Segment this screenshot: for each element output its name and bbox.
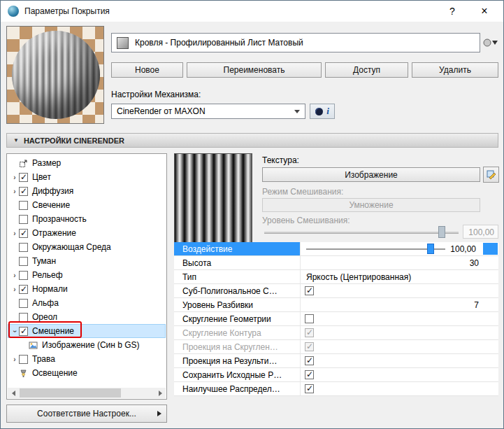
property-label[interactable]: Наилучшее Распредел… (174, 382, 300, 395)
texture-options-button[interactable] (483, 167, 499, 183)
scrollbar-thumb[interactable] (20, 388, 121, 398)
tree-item-label: Диффузия (32, 186, 73, 196)
tree-item[interactable]: ›Смещение (8, 324, 166, 338)
property-label[interactable]: Воздействие (174, 242, 300, 255)
tree-item[interactable]: Прозрачность (8, 212, 166, 226)
tree-item[interactable]: ›Нормали (8, 282, 166, 296)
section-title: НАСТРОЙКИ CINERENDER (24, 136, 124, 145)
texture-preview (174, 153, 252, 244)
tree-item-label: Размер (32, 158, 61, 168)
slider-handle[interactable] (427, 244, 434, 254)
blend-mode-button: Умножение (262, 198, 480, 212)
channel-checkbox[interactable] (19, 187, 28, 196)
property-checkbox[interactable] (305, 286, 314, 295)
collapse-triangle-icon: ▼ (13, 137, 19, 143)
action-button-1[interactable]: Новое (111, 62, 183, 78)
window-title: Параметры Покрытия (24, 6, 110, 16)
channel-checkbox[interactable] (19, 313, 28, 322)
tree-item[interactable]: Освещение (8, 366, 166, 380)
expander-chevron-icon[interactable]: › (10, 188, 19, 195)
tree-item[interactable]: ›Цвет (8, 170, 166, 184)
property-control (300, 284, 498, 297)
tree-item[interactable]: ›Трава (8, 352, 166, 366)
channel-checkbox[interactable] (19, 327, 28, 336)
cinerender-info-button[interactable]: i (310, 104, 335, 119)
tree-item[interactable]: Туман (8, 254, 166, 268)
property-control: Яркость (Центрированная) (300, 270, 498, 283)
tree-item[interactable]: ›Отражение (8, 226, 166, 240)
close-button[interactable]: × (470, 1, 499, 22)
channel-checkbox[interactable] (19, 173, 28, 182)
property-label[interactable]: Уровень Разбивки (174, 298, 300, 311)
slider-track[interactable] (306, 248, 445, 250)
property-label[interactable]: Высота (174, 256, 300, 269)
resize-icon (19, 159, 29, 168)
property-label[interactable]: Суб-Полигональное С… (174, 284, 300, 297)
expander-chevron-icon[interactable]: › (11, 327, 19, 335)
property-value[interactable]: Яркость (Центрированная) (305, 272, 411, 282)
tree-item[interactable]: Ореол (8, 310, 166, 324)
tree-item[interactable]: ›Диффузия (8, 184, 166, 198)
tree-item[interactable]: Изображение (Син b GS) (8, 338, 166, 352)
tree-item[interactable]: Окружающая Среда (8, 240, 166, 254)
expander-chevron-icon[interactable]: › (10, 356, 19, 363)
property-checkbox[interactable] (305, 314, 314, 323)
expander-chevron-icon[interactable]: › (10, 174, 19, 181)
property-control (300, 312, 498, 325)
property-value[interactable]: 7 (474, 300, 479, 310)
tree-item[interactable]: ›Рельеф (8, 268, 166, 282)
info-icon: i (326, 106, 329, 117)
scroll-left-icon[interactable] (8, 388, 19, 398)
engine-select[interactable]: CineRender от MAXON (111, 104, 305, 119)
property-checkbox[interactable] (305, 356, 314, 365)
texture-image-button[interactable]: Изображение (262, 167, 480, 182)
cinerender-section-header[interactable]: ▼ НАСТРОЙКИ CINERENDER (6, 133, 498, 148)
tree-item[interactable]: Размер (8, 156, 166, 170)
expander-chevron-icon[interactable]: › (10, 230, 19, 237)
channel-checkbox[interactable] (19, 355, 28, 364)
match-settings-label: Соответствие Настроек... (37, 409, 136, 419)
blend-mode-label: Режим Смешивания: (262, 187, 343, 197)
material-picker-icon[interactable] (482, 36, 499, 49)
tree-item-label: Ореол (32, 312, 57, 322)
property-label[interactable]: Скругление Контура (174, 326, 300, 339)
property-label[interactable]: Сохранить Исходные Р… (174, 368, 300, 381)
expander-chevron-icon[interactable]: › (10, 272, 19, 279)
tree-item-label: Отражение (32, 228, 76, 238)
property-checkbox[interactable] (305, 370, 314, 379)
property-label[interactable]: Проекция на Результи… (174, 354, 300, 367)
tree-item-label: Альфа (32, 298, 59, 308)
tree-item[interactable]: Свечение (8, 198, 166, 212)
lamp-icon (19, 369, 29, 378)
blend-slider-handle (438, 226, 445, 238)
match-settings-button[interactable]: Соответствие Настроек... (6, 405, 167, 423)
channel-checkbox[interactable] (19, 257, 28, 266)
property-checkbox[interactable] (305, 384, 314, 393)
tree-item-label: Изображение (Син b GS) (42, 340, 140, 350)
channel-checkbox[interactable] (19, 271, 28, 280)
tree-item-label: Нормали (32, 284, 68, 294)
tree-item-label: Туман (32, 256, 56, 266)
material-selector[interactable]: Кровля - Профилированный Лист Матовый (111, 33, 480, 52)
channel-checkbox[interactable] (19, 285, 28, 294)
action-button-2[interactable]: Переименовать (187, 62, 322, 78)
expander-chevron-icon[interactable]: › (10, 286, 19, 293)
channel-checkbox[interactable] (19, 243, 28, 252)
slider-value[interactable]: 100,00 (450, 244, 476, 254)
channel-checkbox[interactable] (19, 229, 28, 238)
channel-checkbox[interactable] (19, 215, 28, 224)
action-button-3[interactable]: Доступ (325, 62, 408, 78)
tree-item[interactable]: Альфа (8, 296, 166, 310)
property-label[interactable]: Тип (174, 270, 300, 283)
channel-checkbox[interactable] (19, 201, 28, 210)
channel-checkbox[interactable] (19, 299, 28, 308)
horizontal-scrollbar[interactable] (8, 388, 166, 398)
property-value[interactable]: 30 (470, 258, 479, 268)
property-label[interactable]: Проекция на Скруглен… (174, 340, 300, 353)
help-button[interactable]: ? (438, 1, 467, 22)
property-row: Скругление Контура (174, 326, 498, 340)
scroll-right-icon[interactable] (154, 388, 166, 398)
property-row: Сохранить Исходные Р… (174, 368, 498, 382)
action-button-4[interactable]: Удалить (412, 62, 498, 78)
property-label[interactable]: Скругление Геометрии (174, 312, 300, 325)
